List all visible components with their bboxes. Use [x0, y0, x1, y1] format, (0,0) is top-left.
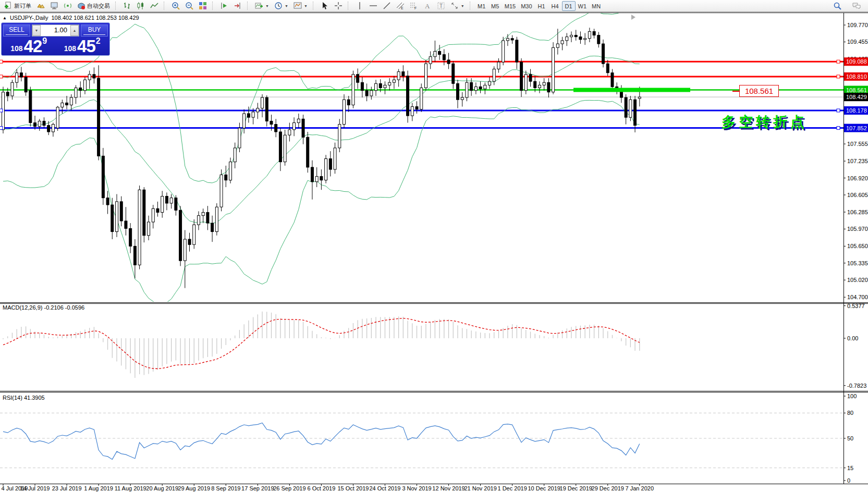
candle: [574, 35, 577, 37]
candle: [411, 107, 413, 116]
timeframe-h1[interactable]: H1: [535, 1, 548, 11]
auto-trading-button[interactable]: 自动交易: [75, 1, 113, 11]
candle: [270, 121, 273, 124]
templates-button[interactable]: ▼: [291, 1, 310, 11]
svg-text:100: 100: [847, 393, 857, 399]
vertical-line-icon: [356, 2, 364, 10]
candle: [284, 135, 286, 162]
volume-decrease-button[interactable]: ▼: [32, 25, 41, 36]
cursor-icon: [321, 2, 329, 10]
text-label-button[interactable]: T: [434, 1, 448, 11]
cursor-button[interactable]: [318, 1, 332, 11]
thick-support-line[interactable]: [573, 88, 690, 92]
svg-text:109.088: 109.088: [846, 58, 867, 65]
svg-text:-0.7823: -0.7823: [847, 383, 866, 389]
candle: [225, 175, 227, 180]
date-axis[interactable]: 4 Jul 201914 Jul 201923 Jul 20191 Aug 20…: [2, 484, 654, 491]
buy-price[interactable]: 108 45 2: [57, 38, 108, 54]
new-order-button[interactable]: 新订单: [2, 1, 34, 11]
candle: [120, 202, 123, 221]
text-icon: A: [423, 2, 432, 10]
crosshair-button[interactable]: [332, 1, 345, 11]
vertical-line-button[interactable]: [353, 1, 366, 11]
timeframe-mn[interactable]: MN: [589, 1, 603, 11]
candle: [497, 62, 500, 69]
bar-chart-button[interactable]: [120, 1, 134, 11]
toolbar-separator: [470, 2, 472, 10]
candlestick-button[interactable]: [134, 1, 148, 11]
toolbar-separator: [348, 2, 350, 10]
text-button[interactable]: A: [421, 1, 434, 11]
candle: [129, 228, 132, 246]
channel-button[interactable]: E: [394, 1, 407, 11]
monitor-icon: [50, 2, 58, 10]
toolbar-separator: [115, 2, 118, 10]
arrows-button[interactable]: ▼: [448, 1, 467, 11]
timeframe-m30[interactable]: M30: [518, 1, 534, 11]
trendline-button[interactable]: [380, 1, 394, 11]
chart-area[interactable]: 109.770109.455109.135108.820108.500108.1…: [0, 13, 868, 492]
line-chart-button[interactable]: [148, 1, 161, 11]
timeframe-w1[interactable]: W1: [576, 1, 590, 11]
chart-shift-marker[interactable]: [631, 15, 635, 20]
candle: [370, 91, 373, 96]
candle: [156, 208, 159, 212]
auto-scroll-button[interactable]: [217, 1, 231, 11]
panel-collapse-icon[interactable]: ▲: [3, 16, 7, 20]
candle: [561, 41, 564, 44]
zoom-out-button[interactable]: [182, 1, 196, 11]
indicators-button[interactable]: ▼: [252, 1, 272, 11]
candle: [106, 198, 109, 205]
chat-button[interactable]: [849, 1, 864, 11]
fibonacci-button[interactable]: F: [407, 1, 421, 11]
horizontal-line-button[interactable]: [366, 1, 380, 11]
candle: [47, 126, 50, 132]
candle: [597, 35, 600, 44]
price-level-label[interactable]: 108.561: [739, 85, 779, 97]
candle: [457, 83, 459, 100]
sell-button[interactable]: SELL: [3, 24, 30, 36]
timeframe-group: M1M5M15M30H1H4D1W1MN: [473, 0, 605, 11]
candle: [415, 107, 418, 109]
timeframe-h4[interactable]: H4: [548, 1, 562, 11]
zoom-in-button[interactable]: [169, 1, 182, 11]
sell-price[interactable]: 108 42 9: [3, 38, 55, 54]
candle: [402, 72, 405, 76]
svg-text:106.285: 106.285: [847, 209, 868, 215]
svg-text:24 Oct 2019: 24 Oct 2019: [370, 485, 401, 491]
chart-shift-button[interactable]: [231, 1, 244, 11]
turning-point-annotation[interactable]: 多空转折点: [722, 113, 808, 131]
toolbar-separator: [247, 2, 250, 10]
macd-pane: [3, 312, 640, 378]
candle: [70, 97, 72, 105]
zoom-in-icon: [172, 2, 180, 10]
timeframe-m15[interactable]: M15: [502, 1, 518, 11]
candle: [361, 82, 363, 90]
candle: [111, 205, 114, 232]
svg-text:108.178: 108.178: [846, 107, 867, 114]
chart-canvas[interactable]: 109.770109.455109.135108.820108.500108.1…: [0, 13, 868, 492]
volume-increase-button[interactable]: ▲: [70, 25, 79, 36]
svg-text:23 Jul 2019: 23 Jul 2019: [52, 485, 82, 491]
search-icon: [833, 2, 841, 10]
svg-text:20 Aug 2019: 20 Aug 2019: [146, 485, 178, 491]
rsi-line: [3, 423, 640, 459]
chart-shift-icon: [234, 2, 242, 10]
svg-text:15 Oct 2019: 15 Oct 2019: [337, 485, 369, 491]
one-click-trading-panel: SELL ▼ 1.00 ▲ BUY 108 42 9 108 45 2: [1, 22, 110, 56]
buy-button[interactable]: BUY: [81, 24, 108, 36]
candle: [479, 87, 482, 89]
chevron-down-icon: ▼: [265, 4, 269, 8]
tile-windows-button[interactable]: [196, 1, 210, 11]
search-button[interactable]: [830, 1, 844, 11]
candle: [334, 148, 336, 169]
candle: [148, 222, 150, 236]
market-watch-button[interactable]: [34, 1, 47, 11]
periods-button[interactable]: ▼: [272, 1, 291, 11]
timeframe-d1[interactable]: D1: [562, 1, 576, 11]
candle: [302, 119, 304, 137]
terminal-button[interactable]: [47, 1, 61, 11]
timeframe-m1[interactable]: M1: [475, 1, 488, 11]
signal-button[interactable]: [61, 1, 75, 11]
timeframe-m5[interactable]: M5: [488, 1, 502, 11]
